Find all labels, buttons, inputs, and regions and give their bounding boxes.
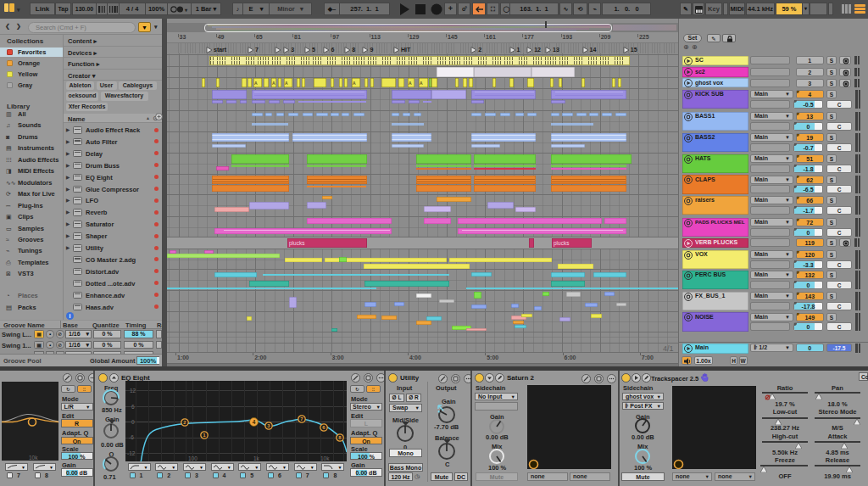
- svg-text:4: 4: [252, 419, 255, 425]
